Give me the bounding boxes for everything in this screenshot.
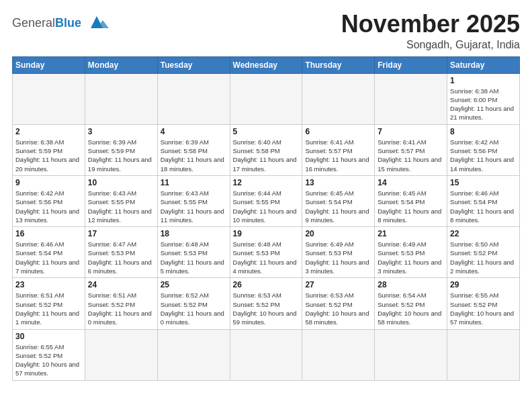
weekday-header-monday: Monday bbox=[85, 56, 157, 73]
daylight-label: Daylight: 11 hours and 2 minutes. bbox=[450, 259, 514, 275]
sunset-label: Sunset: 5:52 PM bbox=[161, 301, 208, 308]
sunrise-label: Sunrise: 6:43 AM bbox=[88, 189, 136, 197]
sunset-label: Sunset: 5:55 PM bbox=[233, 198, 280, 205]
sunset-label: Sunset: 5:59 PM bbox=[88, 147, 135, 154]
calendar-cell bbox=[302, 329, 375, 380]
day-number: 3 bbox=[88, 127, 154, 136]
calendar-cell: 7Sunrise: 6:41 AMSunset: 5:57 PMDaylight… bbox=[375, 124, 447, 175]
sunrise-label: Sunrise: 6:42 AM bbox=[450, 138, 498, 146]
sunset-label: Sunset: 5:54 PM bbox=[378, 198, 425, 205]
sunset-label: Sunset: 5:52 PM bbox=[450, 301, 497, 308]
sunset-label: Sunset: 5:52 PM bbox=[15, 301, 62, 308]
day-number: 11 bbox=[161, 178, 227, 187]
daylight-label: Daylight: 11 hours and 13 minutes. bbox=[15, 208, 79, 224]
day-info: Sunrise: 6:51 AMSunset: 5:52 PMDaylight:… bbox=[88, 291, 154, 326]
day-number: 18 bbox=[161, 229, 227, 238]
sunset-label: Sunset: 5:52 PM bbox=[233, 301, 280, 308]
calendar-cell bbox=[447, 329, 520, 380]
sunset-label: Sunset: 5:52 PM bbox=[378, 301, 425, 308]
day-number: 28 bbox=[378, 280, 444, 289]
week-row-1: 1Sunrise: 6:38 AMSunset: 6:00 PMDaylight… bbox=[13, 73, 520, 124]
sunrise-label: Sunrise: 6:55 AM bbox=[450, 291, 498, 299]
week-row-6: 30Sunrise: 6:55 AMSunset: 5:52 PMDayligh… bbox=[13, 329, 520, 380]
calendar-cell: 22Sunrise: 6:50 AMSunset: 5:52 PMDayligh… bbox=[447, 227, 520, 278]
calendar-cell: 28Sunrise: 6:54 AMSunset: 5:52 PMDayligh… bbox=[375, 278, 447, 329]
weekday-header-sunday: Sunday bbox=[13, 56, 85, 73]
calendar-cell: 4Sunrise: 6:39 AMSunset: 5:58 PMDaylight… bbox=[157, 124, 230, 175]
day-info: Sunrise: 6:38 AMSunset: 6:00 PMDaylight:… bbox=[450, 87, 517, 122]
daylight-label: Daylight: 11 hours and 3 minutes. bbox=[378, 259, 441, 275]
week-row-4: 16Sunrise: 6:46 AMSunset: 5:54 PMDayligh… bbox=[13, 227, 520, 278]
weekday-header-saturday: Saturday bbox=[447, 56, 520, 73]
header: GeneralBlue November 2025 Songadh, Gujar… bbox=[12, 11, 520, 51]
day-info: Sunrise: 6:53 AMSunset: 5:52 PMDaylight:… bbox=[305, 291, 371, 326]
sunrise-label: Sunrise: 6:46 AM bbox=[450, 189, 498, 197]
daylight-label: Daylight: 11 hours and 21 minutes. bbox=[450, 105, 514, 121]
sunset-label: Sunset: 5:53 PM bbox=[233, 249, 280, 257]
day-number: 13 bbox=[305, 178, 371, 187]
daylight-label: Daylight: 10 hours and 57 minutes. bbox=[450, 310, 514, 326]
sunrise-label: Sunrise: 6:49 AM bbox=[378, 240, 426, 248]
logo: GeneralBlue bbox=[12, 13, 109, 32]
day-number: 26 bbox=[233, 280, 300, 289]
calendar-cell bbox=[230, 73, 302, 124]
daylight-label: Daylight: 11 hours and 0 minutes. bbox=[88, 310, 152, 326]
calendar-cell: 20Sunrise: 6:49 AMSunset: 5:53 PMDayligh… bbox=[302, 227, 375, 278]
daylight-label: Daylight: 11 hours and 7 minutes. bbox=[15, 259, 79, 275]
weekday-header-friday: Friday bbox=[375, 56, 447, 73]
day-number: 5 bbox=[233, 127, 300, 136]
day-info: Sunrise: 6:49 AMSunset: 5:53 PMDaylight:… bbox=[378, 240, 444, 275]
daylight-label: Daylight: 10 hours and 57 minutes. bbox=[15, 361, 79, 377]
day-info: Sunrise: 6:46 AMSunset: 5:54 PMDaylight:… bbox=[15, 240, 82, 275]
day-info: Sunrise: 6:38 AMSunset: 5:59 PMDaylight:… bbox=[15, 138, 82, 173]
day-info: Sunrise: 6:40 AMSunset: 5:58 PMDaylight:… bbox=[233, 138, 300, 173]
calendar-cell: 8Sunrise: 6:42 AMSunset: 5:56 PMDaylight… bbox=[447, 124, 520, 175]
location: Songadh, Gujarat, India bbox=[341, 39, 520, 51]
calendar-cell: 10Sunrise: 6:43 AMSunset: 5:55 PMDayligh… bbox=[85, 175, 157, 226]
day-info: Sunrise: 6:55 AMSunset: 5:52 PMDaylight:… bbox=[15, 342, 82, 378]
calendar-cell bbox=[302, 73, 375, 124]
weekday-header-row: SundayMondayTuesdayWednesdayThursdayFrid… bbox=[13, 56, 520, 73]
calendar-cell bbox=[157, 329, 230, 380]
day-info: Sunrise: 6:44 AMSunset: 5:55 PMDaylight:… bbox=[233, 189, 300, 224]
calendar-cell: 26Sunrise: 6:53 AMSunset: 5:52 PMDayligh… bbox=[230, 278, 302, 329]
day-info: Sunrise: 6:54 AMSunset: 5:52 PMDaylight:… bbox=[378, 291, 444, 326]
day-number: 30 bbox=[15, 332, 82, 341]
calendar-cell: 15Sunrise: 6:46 AMSunset: 5:54 PMDayligh… bbox=[447, 175, 520, 226]
daylight-label: Daylight: 11 hours and 16 minutes. bbox=[305, 156, 369, 172]
day-info: Sunrise: 6:43 AMSunset: 5:55 PMDaylight:… bbox=[88, 189, 154, 224]
daylight-label: Daylight: 11 hours and 15 minutes. bbox=[378, 156, 441, 172]
day-number: 8 bbox=[450, 127, 517, 136]
sunset-label: Sunset: 5:56 PM bbox=[15, 198, 62, 205]
sunrise-label: Sunrise: 6:47 AM bbox=[88, 240, 136, 248]
sunset-label: Sunset: 5:55 PM bbox=[88, 198, 135, 205]
calendar-cell: 30Sunrise: 6:55 AMSunset: 5:52 PMDayligh… bbox=[13, 329, 85, 380]
daylight-label: Daylight: 10 hours and 58 minutes. bbox=[305, 310, 369, 326]
sunrise-label: Sunrise: 6:53 AM bbox=[305, 291, 353, 299]
sunrise-label: Sunrise: 6:42 AM bbox=[15, 189, 64, 197]
calendar-cell bbox=[13, 73, 85, 124]
daylight-label: Daylight: 11 hours and 20 minutes. bbox=[15, 156, 79, 172]
sunrise-label: Sunrise: 6:41 AM bbox=[378, 138, 426, 146]
daylight-label: Daylight: 11 hours and 9 minutes. bbox=[305, 208, 369, 224]
day-number: 27 bbox=[305, 280, 371, 289]
sunrise-label: Sunrise: 6:51 AM bbox=[88, 291, 136, 299]
day-info: Sunrise: 6:42 AMSunset: 5:56 PMDaylight:… bbox=[450, 138, 517, 173]
day-number: 9 bbox=[15, 178, 82, 187]
daylight-label: Daylight: 11 hours and 17 minutes. bbox=[233, 156, 297, 172]
weekday-header-thursday: Thursday bbox=[302, 56, 375, 73]
week-row-5: 23Sunrise: 6:51 AMSunset: 5:52 PMDayligh… bbox=[13, 278, 520, 329]
sunset-label: Sunset: 5:57 PM bbox=[305, 147, 352, 154]
sunset-label: Sunset: 5:53 PM bbox=[305, 249, 352, 257]
day-number: 22 bbox=[450, 229, 517, 238]
sunrise-label: Sunrise: 6:45 AM bbox=[378, 189, 426, 197]
calendar-cell: 25Sunrise: 6:52 AMSunset: 5:52 PMDayligh… bbox=[157, 278, 230, 329]
calendar-cell: 13Sunrise: 6:45 AMSunset: 5:54 PMDayligh… bbox=[302, 175, 375, 226]
week-row-2: 2Sunrise: 6:38 AMSunset: 5:59 PMDaylight… bbox=[13, 124, 520, 175]
sunset-label: Sunset: 5:52 PM bbox=[305, 301, 352, 308]
sunset-label: Sunset: 5:58 PM bbox=[161, 147, 208, 154]
day-info: Sunrise: 6:41 AMSunset: 5:57 PMDaylight:… bbox=[378, 138, 444, 173]
calendar-cell: 1Sunrise: 6:38 AMSunset: 6:00 PMDaylight… bbox=[447, 73, 520, 124]
day-number: 25 bbox=[161, 280, 227, 289]
sunrise-label: Sunrise: 6:41 AM bbox=[305, 138, 353, 146]
